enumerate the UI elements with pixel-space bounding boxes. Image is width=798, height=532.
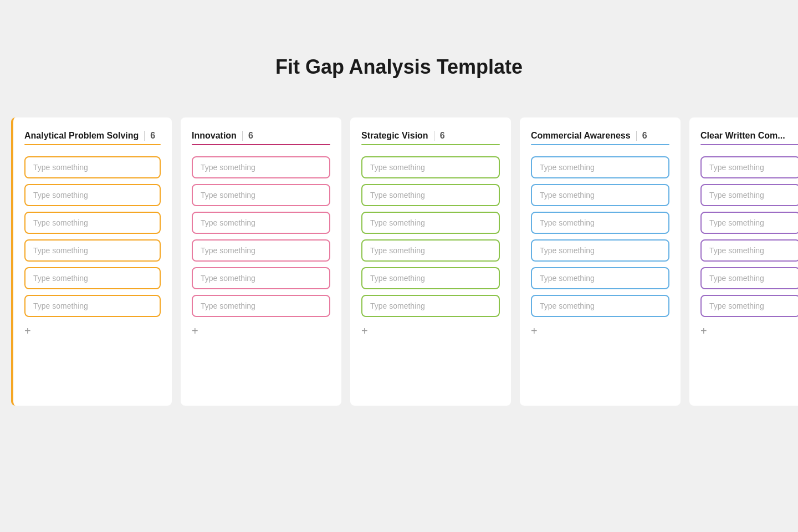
item-input-0-3[interactable]	[24, 239, 161, 262]
item-input-2-1[interactable]	[361, 184, 500, 206]
column-underline	[531, 144, 669, 145]
column-count: 6	[248, 131, 253, 141]
column-header-divider	[144, 131, 145, 141]
column-title: Commercial Awareness	[531, 131, 631, 141]
column-title: Analytical Problem Solving	[24, 131, 139, 141]
column-underline	[192, 144, 330, 145]
item-input-4-3[interactable]	[700, 239, 798, 262]
column-header-divider	[434, 131, 434, 141]
item-input-3-5[interactable]	[531, 295, 669, 317]
item-input-2-0[interactable]	[361, 156, 500, 178]
column-count: 6	[642, 131, 647, 141]
item-input-2-5[interactable]	[361, 295, 500, 317]
item-input-3-4[interactable]	[531, 267, 669, 289]
item-input-4-0[interactable]	[700, 156, 798, 178]
item-input-0-0[interactable]	[24, 156, 161, 178]
item-input-4-2[interactable]	[700, 212, 798, 234]
column-count: 6	[150, 131, 155, 141]
item-input-0-4[interactable]	[24, 267, 161, 289]
item-input-2-4[interactable]	[361, 267, 500, 289]
column-col3: Strategic Vision6+	[350, 117, 511, 406]
column-title: Innovation	[192, 131, 237, 141]
item-input-1-1[interactable]	[192, 184, 330, 206]
add-item-button[interactable]: +	[531, 325, 538, 337]
page-container: Fit Gap Analysis Template Analytical Pro…	[0, 0, 798, 532]
item-input-0-1[interactable]	[24, 184, 161, 206]
column-title: Clear Written Com...	[700, 131, 785, 141]
item-input-1-2[interactable]	[192, 212, 330, 234]
column-col4: Commercial Awareness6+	[520, 117, 681, 406]
item-input-4-1[interactable]	[700, 184, 798, 206]
item-input-1-5[interactable]	[192, 295, 330, 317]
item-input-1-0[interactable]	[192, 156, 330, 178]
add-item-button[interactable]: +	[700, 325, 707, 337]
item-input-4-5[interactable]	[700, 295, 798, 317]
items-list	[361, 156, 500, 317]
item-input-2-3[interactable]	[361, 239, 500, 262]
page-title: Fit Gap Analysis Template	[275, 55, 523, 79]
item-input-3-1[interactable]	[531, 184, 669, 206]
item-input-0-5[interactable]	[24, 295, 161, 317]
column-header-divider	[242, 131, 243, 141]
item-input-4-4[interactable]	[700, 267, 798, 289]
items-list	[700, 156, 798, 317]
column-header-divider	[636, 131, 637, 141]
column-col5: Clear Written Com...+	[689, 117, 798, 406]
add-item-button[interactable]: +	[24, 325, 31, 337]
item-input-3-2[interactable]	[531, 212, 669, 234]
items-list	[531, 156, 669, 317]
column-underline	[700, 144, 798, 145]
item-input-2-2[interactable]	[361, 212, 500, 234]
column-underline	[24, 144, 161, 145]
item-input-1-3[interactable]	[192, 239, 330, 262]
column-count: 6	[440, 131, 445, 141]
add-item-button[interactable]: +	[361, 325, 368, 337]
items-list	[192, 156, 330, 317]
item-input-1-4[interactable]	[192, 267, 330, 289]
column-title: Strategic Vision	[361, 131, 428, 141]
column-col2: Innovation6+	[181, 117, 341, 406]
add-item-button[interactable]: +	[192, 325, 198, 337]
item-input-3-3[interactable]	[531, 239, 669, 262]
column-header: Innovation6	[192, 131, 330, 141]
columns-container: Analytical Problem Solving6+Innovation6+…	[0, 117, 798, 406]
column-header: Commercial Awareness6	[531, 131, 669, 141]
column-underline	[361, 144, 500, 145]
column-col1: Analytical Problem Solving6+	[11, 117, 172, 406]
items-list	[24, 156, 161, 317]
column-header: Strategic Vision6	[361, 131, 500, 141]
item-input-0-2[interactable]	[24, 212, 161, 234]
column-header: Analytical Problem Solving6	[24, 131, 161, 141]
item-input-3-0[interactable]	[531, 156, 669, 178]
column-header: Clear Written Com...	[700, 131, 798, 141]
